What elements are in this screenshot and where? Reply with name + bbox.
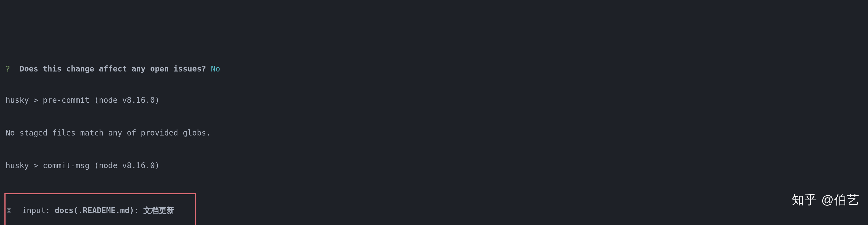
question-mark-icon: ? xyxy=(5,65,10,73)
input-value: docs(.READEME.md): 文档更新 xyxy=(55,205,175,216)
hourglass-icon: ⧗ xyxy=(7,206,11,215)
error-highlight-box: ⧗input: docs(.READEME.md): 文档更新 ✖scope m… xyxy=(4,193,196,225)
watermark: 知乎 @伯艺 xyxy=(792,191,860,208)
husky-precommit-line: husky > pre-commit (node v8.16.0) xyxy=(5,95,863,106)
prompt-question-line: ? Does this change affect any open issue… xyxy=(5,65,863,73)
terminal-output: ? Does this change affect any open issue… xyxy=(0,44,868,225)
no-staged-line: No staged files match any of provided gl… xyxy=(5,128,863,139)
input-label: input: xyxy=(22,205,55,216)
answer-text: No xyxy=(211,65,220,73)
husky-commitmsg-line: husky > commit-msg (node v8.16.0) xyxy=(5,160,863,171)
question-text: Does this change affect any open issues? xyxy=(10,65,211,73)
input-row: ⧗input: docs(.READEME.md): 文档更新 xyxy=(5,205,195,216)
